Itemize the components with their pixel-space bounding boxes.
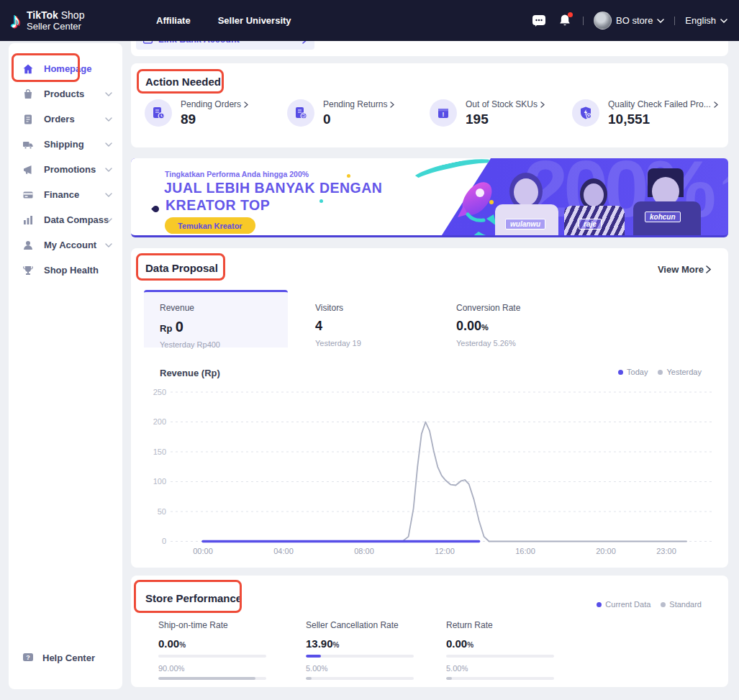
action-item-quality-check-failed-pro[interactable]: Quality Check Failed Pro...10,551 <box>558 99 701 127</box>
link-bank-label: Link Bank Account <box>158 41 302 45</box>
sidebar-item-label: Data Compass <box>44 214 109 225</box>
chevron-down-icon[interactable] <box>105 142 112 147</box>
current-progress-bar <box>306 655 414 658</box>
shop-health-icon <box>22 265 34 276</box>
link-bank-account-row[interactable]: Link Bank Account <box>136 41 314 50</box>
standard-progress-bar <box>446 677 554 680</box>
nav-link-seller-university[interactable]: Seller University <box>218 15 291 26</box>
sparkle-dot <box>319 199 323 203</box>
action-item-pending-orders[interactable]: Pending Orders89 <box>131 99 273 127</box>
store-performance-legend: Current Data Standard <box>597 600 702 609</box>
store-menu[interactable]: BO store <box>594 12 664 29</box>
sidebar-item-shop-health[interactable]: Shop Health <box>9 258 122 283</box>
tiktok-shop-logo[interactable]: ♪ TikTok Shop Seller Center <box>10 10 136 32</box>
sidebar-item-label: Shop Health <box>44 265 99 276</box>
sidebar-item-help-center[interactable]: ? Help Center <box>22 652 95 663</box>
products-icon <box>22 88 34 100</box>
svg-text:16:00: 16:00 <box>515 547 535 555</box>
creator-name-tag: raje <box>579 219 602 229</box>
nav-link-affiliate[interactable]: Affiliate <box>156 15 191 26</box>
svg-text:08:00: 08:00 <box>354 547 374 555</box>
logo-shop: Shop <box>61 9 85 21</box>
banner-headline-2: KREATOR TOP <box>166 197 270 214</box>
standard-progress-bar <box>158 677 266 680</box>
chevron-down-icon[interactable] <box>105 193 112 197</box>
creator-name-tag: wulanwu <box>505 219 545 229</box>
svg-text:250: 250 <box>153 388 166 396</box>
svg-text:150: 150 <box>153 447 166 456</box>
find-creator-button[interactable]: Temukan Kreator <box>165 217 255 234</box>
current-progress-bar <box>446 655 554 658</box>
standard-progress-bar <box>306 677 414 680</box>
store-performance-card: Store Performance Current Data Standard … <box>131 576 728 687</box>
chat-icon[interactable] <box>531 13 547 29</box>
logo-subtitle: Seller Center <box>27 21 84 32</box>
sidebar-item-promotions[interactable]: Promotions <box>9 157 122 182</box>
pending-returns-icon <box>287 99 314 127</box>
sidebar-item-homepage[interactable]: Homepage <box>9 56 122 81</box>
chevron-right-icon <box>714 101 718 108</box>
banner-eyebrow: Tingkatkan Performa Anda hingga 200% <box>165 170 309 178</box>
tiktok-note-icon: ♪ <box>10 10 21 32</box>
sidebar-item-orders[interactable]: Orders <box>9 106 122 132</box>
sidebar-item-shipping[interactable]: Shipping <box>9 132 122 157</box>
current-progress-bar <box>158 655 266 658</box>
tab-conversion-rate[interactable]: Conversion Rate 0.00% Yesterday 5.26% <box>456 290 520 347</box>
sidebar-item-label: Finance <box>44 189 79 200</box>
chart-legend: Today Yesterday <box>618 368 702 376</box>
sidebar-item-finance[interactable]: Finance <box>9 182 122 207</box>
action-item-out-of-stock-skus[interactable]: !Out of Stock SKUs195 <box>416 99 558 127</box>
divider <box>674 17 675 25</box>
language-menu[interactable]: English <box>685 15 727 26</box>
action-needed-title: Action Needed <box>145 76 221 88</box>
action-needed-card: Action Needed Pending Orders89Pending Re… <box>131 63 728 147</box>
sidebar-item-label: Homepage <box>44 63 91 74</box>
sparkle-dot <box>347 174 350 178</box>
out-of-stock-icon: ! <box>430 99 457 127</box>
revenue-line-chart[interactable]: 25020015010050000:0004:0008:0012:0016:00… <box>140 379 719 563</box>
svg-text:50: 50 <box>158 507 166 516</box>
finance-icon <box>22 189 34 201</box>
chevron-down-icon[interactable] <box>105 168 112 172</box>
sp-metric-ship-on-time-rate: Ship-on-time Rate0.00%90.00% <box>158 620 273 680</box>
legend-dot-standard <box>661 602 666 607</box>
chevron-down-icon <box>720 19 727 23</box>
creator-photo: kohcun <box>626 168 705 237</box>
tab-visitors[interactable]: Visitors 4 Yesterday 19 <box>315 290 361 347</box>
svg-text:04:00: 04:00 <box>273 547 294 555</box>
svg-text:20:00: 20:00 <box>596 547 616 555</box>
creator-photo: wulanwu <box>489 173 564 237</box>
notifications-bell-icon[interactable] <box>557 13 573 29</box>
promotions-icon <box>22 164 34 176</box>
action-item-value: 89 <box>181 112 248 127</box>
nav-links: Affiliate Seller University <box>156 15 291 26</box>
svg-text:!: ! <box>443 111 445 118</box>
chevron-down-icon[interactable] <box>105 243 112 247</box>
creator-name-tag: kohcun <box>645 212 681 222</box>
data-compass-icon <box>22 214 34 226</box>
sp-metric-seller-cancellation-rate: Seller Cancellation Rate13.90%5.00% <box>306 620 421 680</box>
chevron-down-icon[interactable] <box>105 92 112 96</box>
sidebar-item-my-account[interactable]: My Account <box>9 232 122 258</box>
svg-text:100: 100 <box>153 477 166 486</box>
promo-banner[interactable]: Tingkatkan Performa Anda hingga 200% JUA… <box>131 158 728 237</box>
action-item-value: 195 <box>466 112 545 127</box>
logo-brand: TikTok <box>27 9 58 21</box>
chevron-right-icon <box>390 101 394 108</box>
chevron-down-icon[interactable] <box>105 117 112 122</box>
chevron-down-icon <box>657 19 664 23</box>
svg-text:12:00: 12:00 <box>435 547 455 555</box>
store-performance-title: Store Performance <box>145 592 242 604</box>
data-proposal-card: Data Proposal View More Revenue Rp 0 Yes… <box>131 248 728 568</box>
divider <box>583 17 584 25</box>
chevron-down-icon[interactable] <box>105 218 112 222</box>
orders-icon <box>22 114 34 125</box>
sidebar-item-products[interactable]: Products <box>9 81 122 106</box>
action-item-pending-returns[interactable]: Pending Returns0 <box>273 99 416 127</box>
notification-badge <box>568 12 573 17</box>
tab-revenue[interactable]: Revenue Rp 0 Yesterday Rp400 <box>144 290 288 347</box>
chevron-right-icon <box>302 41 307 44</box>
view-more-link[interactable]: View More <box>658 264 711 275</box>
svg-text:0: 0 <box>162 537 166 545</box>
sidebar-item-data-compass[interactable]: Data Compass <box>9 207 122 232</box>
